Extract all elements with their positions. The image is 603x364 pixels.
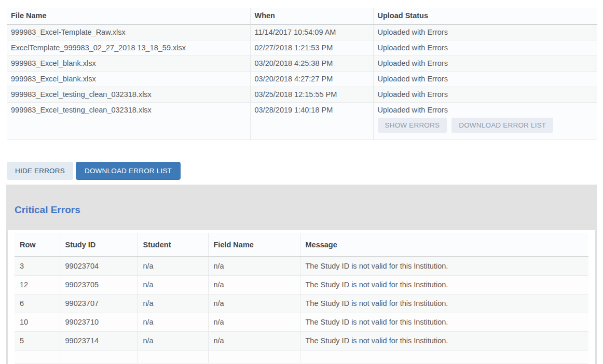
field-name-cell: n/a [208, 332, 300, 351]
file-name-cell: 999983_Excel_testing_clean_032318.xlsx [7, 87, 250, 103]
upload-status-cell: Uploaded with ErrorsSHOW ERRORSDOWNLOAD … [373, 103, 597, 140]
column-header-file-name: File Name [7, 8, 250, 24]
row-number-cell: 6 [15, 295, 60, 313]
row-number-cell: 12 [15, 276, 60, 295]
column-header-field-name: Field Name [208, 233, 300, 257]
critical-errors-title: Critical Errors [15, 204, 588, 216]
upload-table-row: 999983_Excel_testing_clean_032318.xlsx03… [7, 87, 597, 103]
critical-errors-panel-header: Critical Errors [6, 185, 597, 230]
file-name-cell: 999983_Excel_blank.xlsx [7, 56, 250, 72]
upload-status-cell: Uploaded with Errors [373, 87, 597, 103]
upload-status-text: Uploaded with Errors [378, 75, 594, 83]
student-cell: n/a [138, 295, 208, 313]
column-header-message: Message [300, 233, 588, 257]
study-id-cell: 99023704 [60, 257, 138, 276]
upload-status-cell: Uploaded with Errors [373, 24, 597, 40]
column-header-study-id: Study ID [60, 233, 138, 257]
upload-status-text: Uploaded with Errors [378, 44, 594, 52]
error-actions-toolbar: HIDE ERRORS DOWNLOAD ERROR LIST [7, 162, 603, 180]
page: File Name When Upload Status 999983_Exce… [0, 8, 603, 364]
message-cell: The Study ID is not valid for this Insti… [300, 276, 588, 295]
column-header-row: Row [15, 233, 60, 257]
when-cell: 03/20/2018 4:27:27 PM [250, 72, 373, 87]
when-cell: 03/25/2018 12:15:55 PM [250, 87, 373, 103]
upload-status-text: Uploaded with Errors [378, 106, 594, 114]
study-id-cell: 99023710 [60, 313, 138, 332]
empty-cell [208, 351, 300, 363]
study-id-cell: 99023705 [60, 276, 138, 295]
field-name-cell: n/a [208, 295, 300, 313]
field-name-cell: n/a [208, 276, 300, 295]
upload-table-row: 999983_Excel_blank.xlsx03/20/2018 4:25:3… [7, 56, 597, 72]
file-name-cell: 999983_Excel-Template_Raw.xlsx [7, 24, 250, 40]
column-header-student: Student [138, 233, 208, 257]
row-number-cell: 10 [15, 313, 60, 332]
file-name-cell: 999983_Excel_testing_clean_032318.xlsx [7, 103, 250, 140]
student-cell: n/a [138, 257, 208, 276]
hide-errors-button[interactable]: HIDE ERRORS [7, 162, 73, 180]
student-cell: n/a [138, 313, 208, 332]
file-name-cell: 999983_Excel_blank.xlsx [7, 72, 250, 87]
student-cell: n/a [138, 332, 208, 351]
error-table-row-partial [15, 351, 588, 363]
error-table-row: 599023714n/an/aThe Study ID is not valid… [15, 332, 588, 351]
critical-errors-panel: Critical Errors Row Study ID Student Fie… [6, 185, 597, 364]
student-cell: n/a [138, 276, 208, 295]
download-error-list-row-button[interactable]: DOWNLOAD ERROR LIST [451, 118, 553, 133]
error-table-row: 699023707n/an/aThe Study ID is not valid… [15, 295, 588, 313]
when-cell: 03/20/2018 4:25:38 PM [250, 56, 373, 72]
empty-cell [300, 351, 588, 363]
field-name-cell: n/a [208, 257, 300, 276]
empty-cell [15, 351, 60, 363]
when-cell: 03/28/2019 1:40:18 PM [250, 103, 373, 140]
upload-table-row: 999983_Excel_blank.xlsx03/20/2018 4:27:2… [7, 72, 597, 87]
when-cell: 11/14/2017 10:54:09 AM [250, 24, 373, 40]
upload-status-text: Uploaded with Errors [378, 28, 594, 36]
upload-history-table: File Name When Upload Status 999983_Exce… [7, 8, 597, 140]
error-table-row: 399023704n/an/aThe Study ID is not valid… [15, 257, 588, 276]
download-error-list-button[interactable]: DOWNLOAD ERROR LIST [76, 162, 181, 180]
upload-table-row: 999983_Excel-Template_Raw.xlsx11/14/2017… [7, 24, 597, 40]
column-header-upload-status: Upload Status [373, 8, 597, 24]
message-cell: The Study ID is not valid for this Insti… [300, 257, 588, 276]
when-cell: 02/27/2018 1:21:53 PM [250, 40, 373, 56]
message-cell: The Study ID is not valid for this Insti… [300, 313, 588, 332]
upload-status-text: Uploaded with Errors [378, 59, 594, 67]
critical-errors-table: Row Study ID Student Field Name Message … [15, 233, 588, 363]
errors-table-body: 399023704n/an/aThe Study ID is not valid… [15, 257, 588, 363]
upload-table-header-row: File Name When Upload Status [7, 8, 597, 24]
show-errors-button[interactable]: SHOW ERRORS [378, 118, 447, 133]
upload-status-cell: Uploaded with Errors [373, 40, 597, 56]
row-number-cell: 3 [15, 257, 60, 276]
message-cell: The Study ID is not valid for this Insti… [300, 332, 588, 351]
column-header-when: When [250, 8, 373, 24]
row-number-cell: 5 [15, 332, 60, 351]
upload-status-text: Uploaded with Errors [378, 90, 594, 99]
critical-errors-panel-body: Row Study ID Student Field Name Message … [6, 230, 597, 364]
field-name-cell: n/a [208, 313, 300, 332]
study-id-cell: 99023707 [60, 295, 138, 313]
errors-table-header-row: Row Study ID Student Field Name Message [15, 233, 588, 257]
empty-cell [138, 351, 208, 363]
upload-table-row: ExcelTemplate_999983_02_27_2018 13_18_59… [7, 40, 597, 56]
message-cell: The Study ID is not valid for this Insti… [300, 295, 588, 313]
upload-status-cell: Uploaded with Errors [373, 72, 597, 87]
error-table-row: 1299023705n/an/aThe Study ID is not vali… [15, 276, 588, 295]
upload-status-cell: Uploaded with Errors [373, 56, 597, 72]
errors-table-header: Row Study ID Student Field Name Message [15, 233, 588, 257]
upload-table-row: 999983_Excel_testing_clean_032318.xlsx03… [7, 103, 597, 140]
upload-table-header: File Name When Upload Status [7, 8, 597, 24]
upload-row-actions: SHOW ERRORSDOWNLOAD ERROR LIST [378, 118, 594, 133]
error-table-row: 1099023710n/an/aThe Study ID is not vali… [15, 313, 588, 332]
upload-table-body: 999983_Excel-Template_Raw.xlsx11/14/2017… [7, 24, 597, 140]
file-name-cell: ExcelTemplate_999983_02_27_2018 13_18_59… [7, 40, 250, 56]
study-id-cell: 99023714 [60, 332, 138, 351]
empty-cell [60, 351, 138, 363]
